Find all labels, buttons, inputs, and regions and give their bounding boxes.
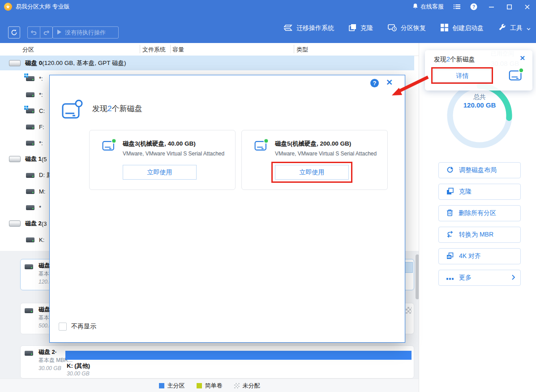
disk-icon (25, 351, 33, 356)
undo-redo-group (27, 26, 53, 39)
redo-button[interactable] (40, 27, 52, 38)
more-button[interactable]: 更多 (438, 270, 521, 286)
detail-button[interactable]: 详情 (433, 69, 491, 82)
chevron-right-icon (512, 274, 515, 281)
svg-text:?: ? (472, 4, 475, 9)
app-window: ★ 易我分区大师 专业版 在线客服 ? (0, 0, 536, 392)
svg-text:4K: 4K (447, 255, 451, 258)
adjust-layout-button[interactable]: 调整磁盘布局 (438, 162, 521, 178)
create-boot-disk-icon (441, 24, 448, 33)
disk-usage-donut (444, 80, 515, 151)
legend-simple-swatch (197, 383, 202, 388)
trash-icon (446, 209, 453, 218)
disk-icon (25, 308, 33, 313)
pending-operations-button[interactable]: 没有待执行操作 (52, 26, 119, 39)
partition-block (405, 262, 413, 273)
dialog-title: 发现2个新磁盘 (92, 103, 142, 114)
use-now-button-disk3[interactable]: 立即使用 (123, 165, 197, 180)
help-icon[interactable]: ? (465, 0, 482, 13)
disk-card-2[interactable]: 磁盘 2· 基本盘 MBR... 30.00 GB K: (其他) 30.00 … (20, 345, 414, 379)
clone-label: 克隆 (360, 24, 373, 32)
disk-icon (9, 156, 21, 162)
new-disk-card-5: 磁盘5(机械硬盘, 200.00 GB) VMware, VMware Virt… (241, 130, 388, 190)
table-header: 分区 文件系统 容量 类型 (0, 43, 419, 56)
clone-icon (349, 24, 356, 33)
annotation-rect-detail: 详情 (431, 67, 493, 84)
refresh-button[interactable] (8, 26, 20, 39)
dont-show-again[interactable]: 不再显示 (59, 323, 96, 331)
table-row-disk0[interactable]: 磁盘 0 (120.00 GB, 基本盘, GPT 磁盘) (0, 56, 414, 70)
column-partition: 分区 (22, 46, 34, 54)
disk-icon (25, 264, 33, 269)
partition-bar-k[interactable] (65, 351, 412, 360)
online-support-label: 在线客服 (420, 3, 444, 11)
column-type: 类型 (296, 46, 308, 54)
partition-recovery-label: 分区恢复 (401, 24, 426, 32)
disk5-title: 磁盘5(机械硬盘, 200.00 GB) (275, 140, 351, 148)
titlebar: ★ 易我分区大师 专业版 在线客服 ? (0, 0, 536, 13)
create-boot-disk-button[interactable]: 创建启动盘 (441, 24, 484, 33)
disk0-name: 磁盘 0 (25, 59, 42, 67)
tools-menu-button[interactable]: 工具 (498, 24, 531, 33)
unallocated-block (406, 307, 412, 314)
dialog-help-icon[interactable]: ? (370, 79, 379, 87)
app-logo-icon: ★ (4, 3, 12, 11)
close-button[interactable] (518, 0, 536, 13)
partition-icon (26, 189, 34, 194)
toolbar: 没有待执行操作 迁移操作系统 克隆 分区恢复 (0, 13, 536, 43)
legend-simple-volume: 简单卷 (197, 382, 223, 390)
maximize-button[interactable] (500, 0, 518, 13)
clone-disk-button[interactable]: 克隆 (438, 184, 521, 200)
disk5-subtitle: VMware, VMware Virtual S Serial Attached (275, 151, 377, 157)
new-disk-big-icon (61, 99, 83, 123)
wrench-icon (498, 24, 506, 33)
column-filesystem: 文件系统 (142, 46, 166, 54)
legend: 主分区 简单卷 未分配 (0, 379, 419, 392)
delete-all-partitions-button[interactable]: 删除所有分区 (438, 205, 521, 221)
new-disks-dialog: ? ✕ 发现2个新磁盘 磁盘3(机械硬盘, 40.00 GB) VMware, … (49, 75, 405, 343)
dialog-close-icon[interactable]: ✕ (386, 78, 393, 87)
minimize-button[interactable] (482, 0, 500, 13)
legend-primary-swatch (159, 383, 164, 388)
disk0-detail: (120.00 GB, 基本盘, GPT 磁盘) (42, 59, 126, 67)
disk3-icon (101, 137, 117, 155)
dont-show-label: 不再显示 (71, 323, 96, 331)
partition-windows-icon (26, 108, 34, 113)
more-icon (446, 274, 454, 281)
4k-align-icon: 4K (446, 252, 454, 261)
tools-menu-label: 工具 (510, 24, 523, 32)
new-disk-notification: 发现2个新磁盘 ✕ 详情 (425, 50, 532, 90)
legend-unallocated: 未分配 (234, 382, 260, 390)
adjust-layout-icon (446, 166, 454, 175)
disk3-subtitle: VMware, VMware Virtual S Serial Attached (123, 151, 224, 157)
use-now-button-disk5[interactable]: 立即使用 (275, 165, 349, 180)
legend-unallocated-swatch (234, 383, 240, 388)
notification-title: 发现2个新磁盘 (434, 56, 475, 64)
disk5-icon (253, 137, 270, 155)
4k-align-button[interactable]: 4K 4K 对齐 (438, 248, 521, 264)
online-support-button[interactable]: 在线客服 (407, 0, 449, 13)
operation-list-icon[interactable] (449, 0, 465, 13)
disk-icon (9, 60, 21, 66)
create-boot-disk-label: 创建启动盘 (452, 24, 484, 32)
column-capacity: 容量 (172, 46, 184, 54)
convert-to-mbr-button[interactable]: 转换为 MBR (438, 227, 521, 243)
pending-operations-label: 没有待执行操作 (65, 29, 106, 37)
play-icon (57, 29, 61, 36)
clone-button[interactable]: 克隆 (349, 24, 373, 33)
legend-primary-partition: 主分区 (159, 382, 185, 390)
undo-button[interactable] (28, 27, 40, 38)
clone-icon (446, 188, 454, 196)
partition-icon (26, 92, 34, 97)
partition-icon (26, 125, 34, 129)
migrate-os-button[interactable]: 迁移操作系统 (283, 24, 334, 33)
partition-icon (26, 173, 34, 178)
disk-icon (9, 220, 21, 227)
chevron-down-icon (527, 25, 531, 32)
dont-show-checkbox[interactable] (59, 323, 67, 331)
partition-icon (26, 237, 34, 242)
notification-close-icon[interactable]: ✕ (519, 54, 525, 62)
partition-recovery-button[interactable]: 分区恢复 (388, 24, 426, 33)
total-label: 总共 (444, 93, 515, 101)
partition-recovery-icon (388, 24, 397, 33)
